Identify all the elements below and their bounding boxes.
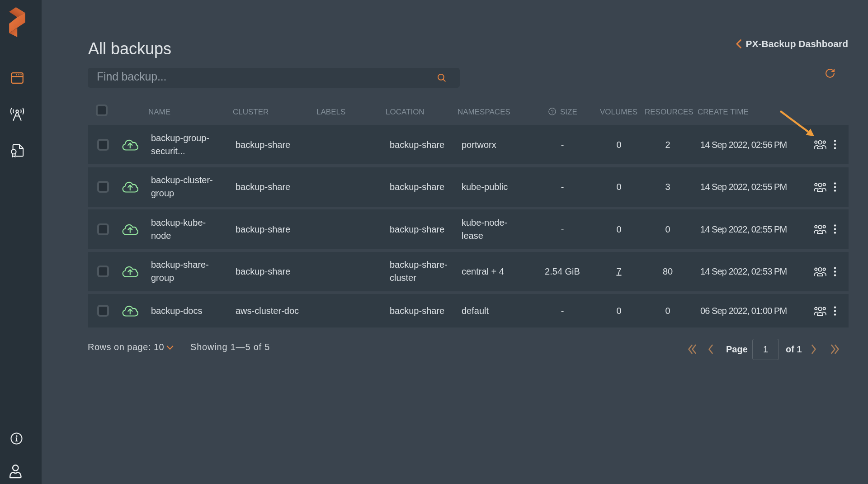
svg-text:?: ? <box>551 109 553 114</box>
